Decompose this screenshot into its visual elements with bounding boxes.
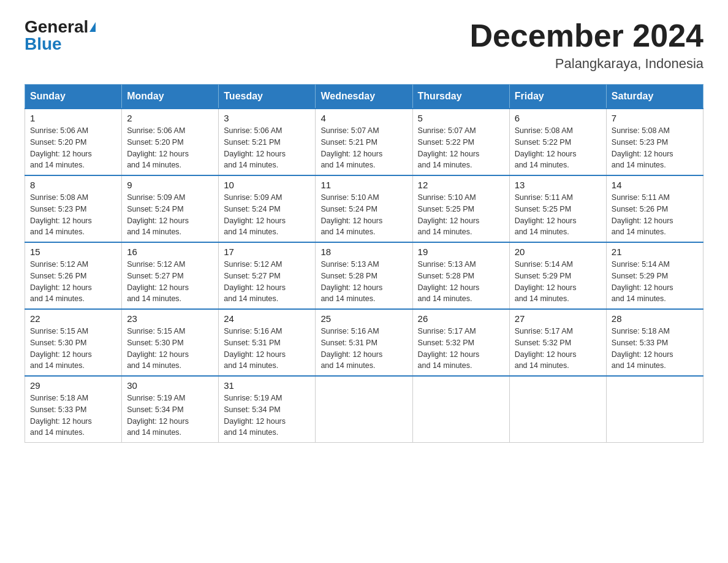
day-info: Sunrise: 5:08 AMSunset: 5:23 PMDaylight:… — [612, 125, 698, 171]
calendar-header-row: SundayMondayTuesdayWednesdayThursdayFrid… — [25, 85, 703, 109]
day-number: 17 — [224, 247, 310, 257]
calendar-table: SundayMondayTuesdayWednesdayThursdayFrid… — [25, 84, 703, 443]
day-info: Sunrise: 5:10 AMSunset: 5:24 PMDaylight:… — [320, 192, 407, 238]
calendar-cell: 20 Sunrise: 5:14 AMSunset: 5:29 PMDaylig… — [509, 242, 606, 309]
day-info: Sunrise: 5:11 AMSunset: 5:26 PMDaylight:… — [612, 192, 698, 238]
day-number: 4 — [320, 113, 407, 123]
logo: General Blue — [25, 18, 96, 53]
day-number: 8 — [30, 180, 116, 190]
day-number: 29 — [30, 380, 116, 391]
calendar-cell: 1 Sunrise: 5:06 AMSunset: 5:20 PMDayligh… — [25, 109, 122, 175]
day-info: Sunrise: 5:16 AMSunset: 5:31 PMDaylight:… — [224, 326, 310, 372]
calendar-cell: 26 Sunrise: 5:17 AMSunset: 5:32 PMDaylig… — [412, 309, 509, 376]
calendar-cell: 4 Sunrise: 5:07 AMSunset: 5:21 PMDayligh… — [316, 109, 412, 175]
day-number: 9 — [127, 180, 213, 190]
calendar-cell: 16 Sunrise: 5:12 AMSunset: 5:27 PMDaylig… — [122, 242, 219, 309]
day-info: Sunrise: 5:15 AMSunset: 5:30 PMDaylight:… — [30, 326, 116, 372]
calendar-week-3: 15 Sunrise: 5:12 AMSunset: 5:26 PMDaylig… — [25, 242, 703, 309]
day-info: Sunrise: 5:12 AMSunset: 5:26 PMDaylight:… — [30, 259, 116, 305]
day-info: Sunrise: 5:07 AMSunset: 5:22 PMDaylight:… — [418, 125, 504, 171]
day-number: 30 — [127, 380, 213, 391]
month-title: December 2024 — [469, 18, 703, 53]
day-number: 10 — [224, 180, 310, 190]
calendar-cell: 23 Sunrise: 5:15 AMSunset: 5:30 PMDaylig… — [122, 309, 219, 376]
day-info: Sunrise: 5:14 AMSunset: 5:29 PMDaylight:… — [515, 259, 601, 305]
day-info: Sunrise: 5:13 AMSunset: 5:28 PMDaylight:… — [320, 259, 407, 305]
day-number: 26 — [418, 313, 504, 324]
calendar-cell: 2 Sunrise: 5:06 AMSunset: 5:20 PMDayligh… — [122, 109, 219, 175]
calendar-cell: 25 Sunrise: 5:16 AMSunset: 5:31 PMDaylig… — [316, 309, 412, 376]
calendar-cell — [412, 376, 509, 443]
day-info: Sunrise: 5:07 AMSunset: 5:21 PMDaylight:… — [320, 125, 407, 171]
day-info: Sunrise: 5:18 AMSunset: 5:33 PMDaylight:… — [30, 393, 116, 439]
day-number: 5 — [418, 113, 504, 123]
day-info: Sunrise: 5:06 AMSunset: 5:20 PMDaylight:… — [127, 125, 213, 171]
calendar-cell: 21 Sunrise: 5:14 AMSunset: 5:29 PMDaylig… — [606, 242, 703, 309]
calendar-cell: 22 Sunrise: 5:15 AMSunset: 5:30 PMDaylig… — [25, 309, 122, 376]
day-number: 28 — [612, 313, 698, 324]
day-info: Sunrise: 5:19 AMSunset: 5:34 PMDaylight:… — [127, 393, 213, 439]
day-info: Sunrise: 5:12 AMSunset: 5:27 PMDaylight:… — [224, 259, 310, 305]
day-number: 15 — [30, 247, 116, 257]
calendar-cell: 17 Sunrise: 5:12 AMSunset: 5:27 PMDaylig… — [219, 242, 316, 309]
logo-general-text: General — [25, 18, 88, 36]
calendar-week-2: 8 Sunrise: 5:08 AMSunset: 5:23 PMDayligh… — [25, 175, 703, 242]
day-info: Sunrise: 5:14 AMSunset: 5:29 PMDaylight:… — [612, 259, 698, 305]
header-thursday: Thursday — [412, 85, 509, 109]
day-number: 20 — [515, 247, 601, 257]
day-number: 2 — [127, 113, 213, 123]
day-number: 24 — [224, 313, 310, 324]
calendar-cell: 11 Sunrise: 5:10 AMSunset: 5:24 PMDaylig… — [316, 175, 412, 242]
day-info: Sunrise: 5:09 AMSunset: 5:24 PMDaylight:… — [127, 192, 213, 238]
calendar-cell — [316, 376, 412, 443]
logo-blue-text: Blue — [25, 36, 62, 53]
day-number: 16 — [127, 247, 213, 257]
calendar-cell: 19 Sunrise: 5:13 AMSunset: 5:28 PMDaylig… — [412, 242, 509, 309]
day-info: Sunrise: 5:11 AMSunset: 5:25 PMDaylight:… — [515, 192, 601, 238]
day-number: 1 — [30, 113, 116, 123]
header-sunday: Sunday — [25, 85, 122, 109]
day-info: Sunrise: 5:08 AMSunset: 5:22 PMDaylight:… — [515, 125, 601, 171]
day-number: 12 — [418, 180, 504, 190]
day-info: Sunrise: 5:12 AMSunset: 5:27 PMDaylight:… — [127, 259, 213, 305]
calendar-cell: 15 Sunrise: 5:12 AMSunset: 5:26 PMDaylig… — [25, 242, 122, 309]
calendar-cell: 6 Sunrise: 5:08 AMSunset: 5:22 PMDayligh… — [509, 109, 606, 175]
calendar-cell: 8 Sunrise: 5:08 AMSunset: 5:23 PMDayligh… — [25, 175, 122, 242]
day-info: Sunrise: 5:15 AMSunset: 5:30 PMDaylight:… — [127, 326, 213, 372]
day-info: Sunrise: 5:06 AMSunset: 5:20 PMDaylight:… — [30, 125, 116, 171]
calendar-cell: 3 Sunrise: 5:06 AMSunset: 5:21 PMDayligh… — [219, 109, 316, 175]
day-number: 23 — [127, 313, 213, 324]
calendar-cell: 30 Sunrise: 5:19 AMSunset: 5:34 PMDaylig… — [122, 376, 219, 443]
day-number: 14 — [612, 180, 698, 190]
page-header: General Blue December 2024 Palangkaraya,… — [25, 18, 703, 72]
day-info: Sunrise: 5:06 AMSunset: 5:21 PMDaylight:… — [224, 125, 310, 171]
day-number: 18 — [320, 247, 407, 257]
calendar-cell: 9 Sunrise: 5:09 AMSunset: 5:24 PMDayligh… — [122, 175, 219, 242]
day-info: Sunrise: 5:18 AMSunset: 5:33 PMDaylight:… — [612, 326, 698, 372]
calendar-cell: 29 Sunrise: 5:18 AMSunset: 5:33 PMDaylig… — [25, 376, 122, 443]
day-info: Sunrise: 5:10 AMSunset: 5:25 PMDaylight:… — [418, 192, 504, 238]
day-info: Sunrise: 5:16 AMSunset: 5:31 PMDaylight:… — [320, 326, 407, 372]
day-number: 25 — [320, 313, 407, 324]
day-number: 31 — [224, 380, 310, 391]
day-number: 6 — [515, 113, 601, 123]
header-monday: Monday — [122, 85, 219, 109]
day-number: 21 — [612, 247, 698, 257]
calendar-week-1: 1 Sunrise: 5:06 AMSunset: 5:20 PMDayligh… — [25, 109, 703, 175]
day-number: 19 — [418, 247, 504, 257]
calendar-cell: 18 Sunrise: 5:13 AMSunset: 5:28 PMDaylig… — [316, 242, 412, 309]
day-info: Sunrise: 5:08 AMSunset: 5:23 PMDaylight:… — [30, 192, 116, 238]
calendar-cell: 24 Sunrise: 5:16 AMSunset: 5:31 PMDaylig… — [219, 309, 316, 376]
calendar-cell: 5 Sunrise: 5:07 AMSunset: 5:22 PMDayligh… — [412, 109, 509, 175]
calendar-cell: 28 Sunrise: 5:18 AMSunset: 5:33 PMDaylig… — [606, 309, 703, 376]
calendar-cell: 14 Sunrise: 5:11 AMSunset: 5:26 PMDaylig… — [606, 175, 703, 242]
day-info: Sunrise: 5:17 AMSunset: 5:32 PMDaylight:… — [418, 326, 504, 372]
header-saturday: Saturday — [606, 85, 703, 109]
day-number: 13 — [515, 180, 601, 190]
day-info: Sunrise: 5:09 AMSunset: 5:24 PMDaylight:… — [224, 192, 310, 238]
calendar-cell: 10 Sunrise: 5:09 AMSunset: 5:24 PMDaylig… — [219, 175, 316, 242]
day-info: Sunrise: 5:17 AMSunset: 5:32 PMDaylight:… — [515, 326, 601, 372]
day-number: 22 — [30, 313, 116, 324]
calendar-cell — [606, 376, 703, 443]
header-wednesday: Wednesday — [316, 85, 412, 109]
